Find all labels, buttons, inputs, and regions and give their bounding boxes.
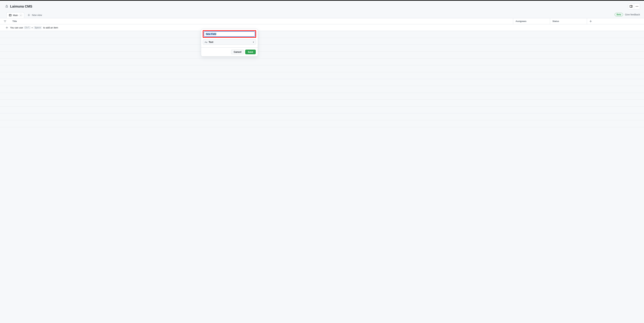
column-headers-row: Title Assignees Status bbox=[0, 18, 644, 24]
empty-row bbox=[0, 107, 644, 113]
empty-row bbox=[0, 93, 644, 100]
popover-body: Aa Text ▼ bbox=[201, 29, 258, 47]
views-left: Main ▼ New view bbox=[6, 12, 44, 18]
svg-rect-0 bbox=[630, 5, 632, 7]
plus-icon bbox=[4, 26, 10, 29]
new-view-button[interactable]: New view bbox=[26, 12, 44, 18]
kbd-space: Space bbox=[34, 26, 42, 29]
svg-point-3 bbox=[636, 6, 637, 6]
field-type-select[interactable]: Aa Text ▼ bbox=[203, 39, 256, 45]
toolbar-group bbox=[628, 3, 640, 9]
empty-row bbox=[0, 113, 644, 120]
project-header: Laimuna CMS bbox=[0, 1, 644, 12]
empty-row bbox=[0, 72, 644, 79]
save-button[interactable]: Save bbox=[245, 50, 256, 54]
kbd-ctrl: Ctrl bbox=[24, 26, 31, 29]
kebab-icon bbox=[636, 5, 638, 8]
field-type-label: Text bbox=[209, 41, 213, 43]
column-header-status[interactable]: Status bbox=[550, 18, 587, 24]
add-item-hint-suffix: to add an item bbox=[43, 26, 58, 29]
column-header-title[interactable]: Title bbox=[10, 18, 513, 24]
empty-row bbox=[0, 52, 644, 58]
svg-point-4 bbox=[638, 6, 638, 6]
empty-row bbox=[0, 65, 644, 72]
new-field-popover: Aa Text ▼ Cancel Save bbox=[201, 29, 258, 56]
lock-icon bbox=[5, 5, 8, 8]
empty-rows bbox=[0, 31, 644, 127]
add-column-button[interactable] bbox=[587, 18, 644, 24]
views-right: Beta Give feedback bbox=[615, 13, 640, 17]
views-bar: Main ▼ New view Beta Give feedback bbox=[0, 12, 644, 18]
panel-icon bbox=[630, 5, 632, 8]
highlight-box bbox=[203, 30, 256, 38]
text-type-icon: Aa bbox=[204, 41, 207, 43]
empty-row bbox=[0, 120, 644, 127]
header-left: Laimuna CMS bbox=[5, 4, 32, 8]
view-tab-main[interactable]: Main ▼ bbox=[6, 12, 24, 18]
empty-row bbox=[0, 38, 644, 45]
empty-row bbox=[0, 58, 644, 65]
svg-rect-5 bbox=[9, 14, 12, 16]
panel-toggle-button[interactable] bbox=[628, 3, 634, 9]
table-icon bbox=[9, 14, 12, 16]
plus-icon bbox=[589, 20, 592, 23]
view-tab-label: Main bbox=[13, 14, 18, 16]
add-item-row[interactable]: You can use Ctrl + Space to add an item bbox=[0, 24, 644, 31]
popover-footer: Cancel Save bbox=[201, 47, 258, 56]
cancel-button[interactable]: Cancel bbox=[231, 50, 244, 54]
view-tab-caret-button[interactable]: ▼ bbox=[19, 14, 22, 17]
empty-row bbox=[0, 45, 644, 52]
field-name-input[interactable] bbox=[204, 31, 255, 37]
empty-row bbox=[0, 31, 644, 38]
filter-icon bbox=[4, 20, 6, 23]
new-view-label: New view bbox=[32, 14, 42, 16]
give-feedback-link[interactable]: Give feedback bbox=[625, 13, 640, 16]
table-area: Title Assignees Status You can use Ctrl … bbox=[0, 18, 644, 127]
plus-icon bbox=[28, 14, 30, 16]
field-type-select-left: Aa Text bbox=[204, 41, 213, 43]
empty-row bbox=[0, 100, 644, 107]
add-item-hint-plus: + bbox=[31, 26, 33, 29]
empty-row bbox=[0, 86, 644, 93]
caret-down-icon: ▼ bbox=[252, 41, 254, 43]
more-options-button[interactable] bbox=[634, 3, 640, 9]
empty-row bbox=[0, 79, 644, 86]
header-right bbox=[628, 3, 640, 9]
beta-badge: Beta bbox=[615, 13, 623, 16]
caret-down-icon: ▼ bbox=[20, 14, 22, 16]
svg-point-2 bbox=[636, 6, 636, 6]
project-title: Laimuna CMS bbox=[10, 4, 32, 8]
column-header-assignees[interactable]: Assignees bbox=[513, 18, 550, 24]
filter-button[interactable] bbox=[0, 18, 10, 24]
add-item-hint-prefix: You can use bbox=[10, 26, 23, 29]
